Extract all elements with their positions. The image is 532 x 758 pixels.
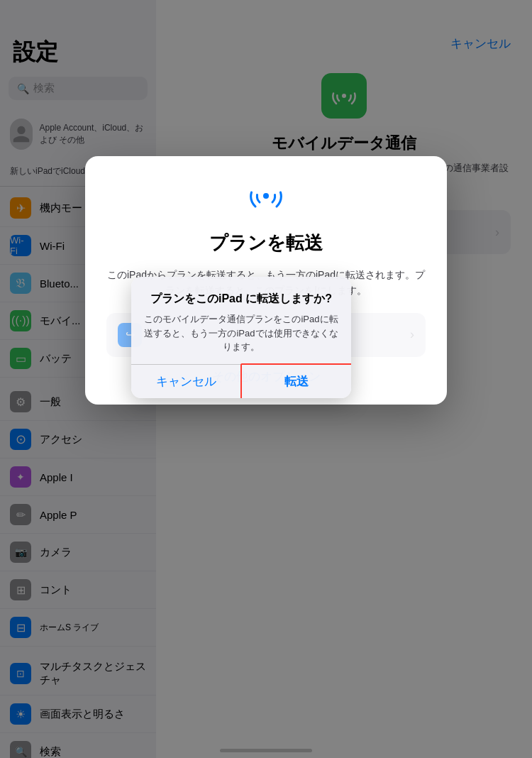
modal-signal-icon (106, 179, 426, 219)
alert-message: このモバイルデータ通信プランをこのiPadに転送すると、もう一方のiPadでは使… (143, 312, 340, 354)
alert-confirm-button[interactable]: 転送 (242, 365, 352, 398)
svg-point-1 (263, 193, 269, 199)
alert-title: プランをこのiPad に転送しますか? (143, 291, 340, 307)
alert-buttons: キャンセル 転送 (131, 364, 351, 398)
modal-title: プランを転送 (106, 231, 426, 256)
modal-icon-svg (249, 179, 283, 213)
alert-content: プランをこのiPad に転送しますか? このモバイルデータ通信プランをこのiPa… (131, 277, 351, 364)
modal-chevron-icon: › (410, 327, 414, 342)
alert-cancel-button[interactable]: キャンセル (131, 365, 242, 398)
alert-dialog: プランをこのiPad に転送しますか? このモバイルデータ通信プランをこのiPa… (131, 277, 351, 398)
